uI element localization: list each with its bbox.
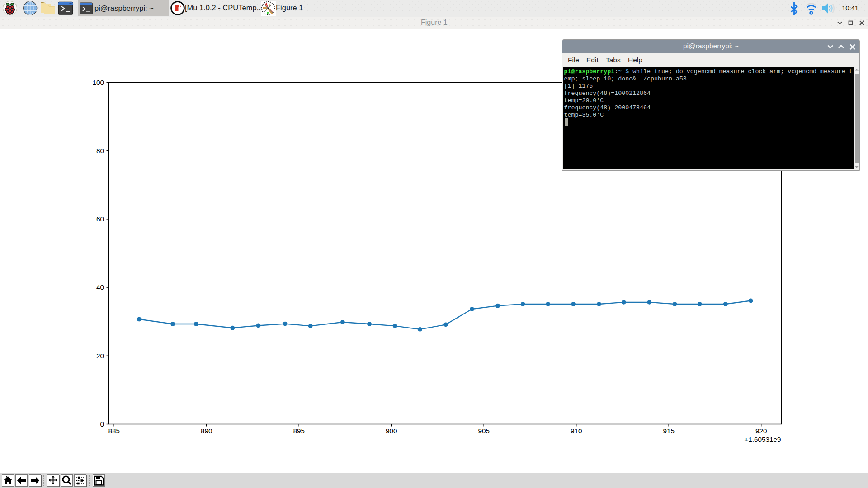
svg-text:80: 80 [96, 147, 104, 155]
svg-text:910: 910 [571, 427, 582, 435]
svg-text:100: 100 [92, 79, 104, 86]
svg-text:885: 885 [108, 427, 120, 435]
svg-text:20: 20 [96, 352, 104, 360]
svg-text:40: 40 [96, 283, 104, 291]
svg-text:920: 920 [755, 427, 767, 435]
svg-text:890: 890 [201, 427, 212, 435]
svg-text:895: 895 [293, 427, 305, 435]
svg-text:0: 0 [100, 420, 104, 428]
svg-text:+1.60531e9: +1.60531e9 [744, 436, 781, 443]
svg-text:900: 900 [386, 427, 397, 435]
svg-text:905: 905 [478, 427, 490, 435]
svg-text:60: 60 [96, 215, 104, 223]
svg-text:915: 915 [663, 427, 675, 435]
